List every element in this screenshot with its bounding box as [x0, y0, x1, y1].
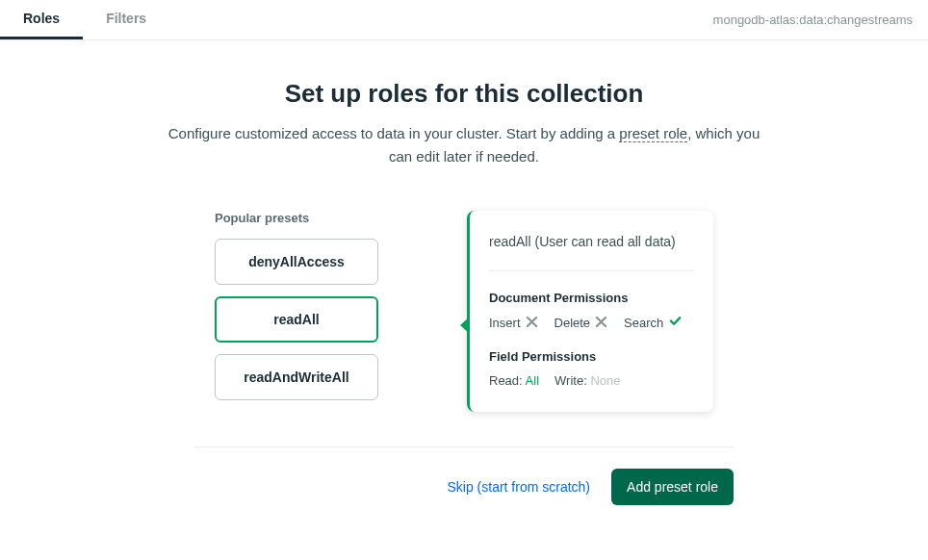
- read-label: Read:: [489, 373, 523, 388]
- write-permission: Write: None: [554, 373, 620, 388]
- write-label: Write:: [554, 373, 587, 388]
- add-preset-role-button[interactable]: Add preset role: [611, 469, 734, 505]
- tab-roles[interactable]: Roles: [0, 0, 83, 39]
- details-arrow-icon: [460, 317, 470, 334]
- details-card: readAll (User can read all data) Documen…: [467, 211, 713, 412]
- breadcrumb: mongodb-atlas:data:changestreams: [713, 13, 913, 27]
- preset-denyallaccess[interactable]: denyAllAccess: [215, 239, 378, 285]
- x-icon: [527, 316, 537, 330]
- main-content: Set up roles for this collection Configu…: [0, 40, 928, 505]
- page-title: Set up roles for this collection: [0, 79, 928, 109]
- doc-permissions-label: Document Permissions: [489, 291, 694, 305]
- x-icon: [596, 316, 606, 330]
- field-permissions-label: Field Permissions: [489, 349, 694, 364]
- read-value: All: [526, 373, 539, 388]
- content-row: Popular presets denyAllAccess readAll re…: [0, 211, 928, 412]
- details-title: readAll (User can read all data): [489, 234, 694, 271]
- preset-role-link[interactable]: preset role: [619, 125, 687, 142]
- check-icon: [669, 315, 682, 330]
- read-permission: Read: All: [489, 373, 539, 388]
- skip-link[interactable]: Skip (start from scratch): [447, 479, 590, 495]
- top-bar: Roles Filters mongodb-atlas:data:changes…: [0, 0, 928, 40]
- field-permissions-row: Read: All Write: None: [489, 373, 694, 388]
- perm-search-label: Search: [624, 316, 663, 330]
- subtitle-text-pre: Configure customized access to data in y…: [168, 125, 620, 141]
- perm-insert: Insert: [489, 316, 537, 330]
- presets-column: Popular presets denyAllAccess readAll re…: [215, 211, 426, 412]
- presets-label: Popular presets: [215, 211, 426, 225]
- preset-readandwriteall[interactable]: readAndWriteAll: [215, 354, 378, 400]
- perm-delete-label: Delete: [554, 316, 591, 330]
- preset-readall[interactable]: readAll: [215, 296, 378, 343]
- page-subtitle: Configure customized access to data in y…: [166, 122, 762, 168]
- write-value: None: [590, 373, 620, 388]
- tabs: Roles Filters: [0, 0, 169, 39]
- perm-delete: Delete: [554, 316, 607, 330]
- tab-filters[interactable]: Filters: [83, 0, 169, 39]
- perm-insert-label: Insert: [489, 316, 521, 330]
- footer-bar: Skip (start from scratch) Add preset rol…: [194, 446, 734, 505]
- doc-permissions-row: Insert Delete Search: [489, 315, 694, 330]
- perm-search: Search: [624, 315, 682, 330]
